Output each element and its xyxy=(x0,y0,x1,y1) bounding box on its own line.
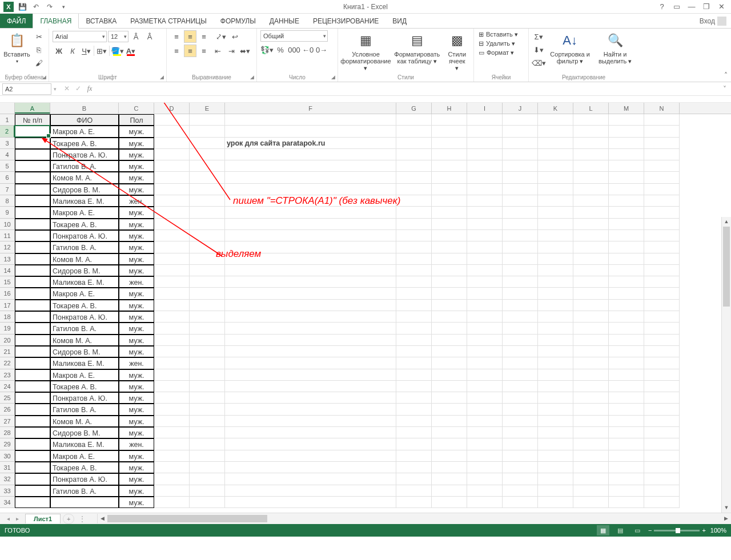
cell[interactable] xyxy=(396,172,432,183)
cell[interactable]: Сидоров В. М. xyxy=(50,427,119,438)
orientation-icon[interactable]: ⤦▾ xyxy=(215,30,227,43)
font-launcher[interactable]: ◢ xyxy=(158,74,165,80)
cell[interactable] xyxy=(396,369,432,381)
cell[interactable] xyxy=(467,357,503,369)
cell[interactable] xyxy=(609,450,644,462)
wrap-text-icon[interactable]: ↩ xyxy=(228,30,241,43)
cell[interactable] xyxy=(538,172,573,183)
cell[interactable]: муж. xyxy=(119,427,154,438)
cell[interactable] xyxy=(432,438,467,450)
cell[interactable] xyxy=(432,276,467,288)
cell[interactable] xyxy=(190,497,225,508)
cell[interactable] xyxy=(15,497,50,508)
cell[interactable] xyxy=(503,369,538,381)
cell[interactable] xyxy=(538,473,573,485)
cell[interactable] xyxy=(432,416,467,427)
cell[interactable] xyxy=(432,253,467,265)
format-cells-button[interactable]: ▭Формат ▾ xyxy=(477,49,519,57)
cell[interactable] xyxy=(644,184,680,195)
cell[interactable] xyxy=(467,427,503,438)
page-break-view-icon[interactable]: ▭ xyxy=(631,525,644,535)
page-layout-view-icon[interactable]: ▤ xyxy=(614,525,626,535)
cell[interactable] xyxy=(573,138,609,149)
cell[interactable] xyxy=(467,323,503,334)
cell[interactable] xyxy=(573,416,609,427)
cell[interactable]: муж. xyxy=(119,392,154,404)
cell[interactable] xyxy=(573,497,609,508)
cell[interactable] xyxy=(15,427,50,438)
name-box[interactable]: A2 xyxy=(2,83,51,95)
cell[interactable] xyxy=(609,462,644,473)
cell[interactable] xyxy=(396,416,432,427)
cell[interactable] xyxy=(190,416,225,427)
cell[interactable] xyxy=(396,265,432,276)
cell[interactable]: муж. xyxy=(119,416,154,427)
cell[interactable] xyxy=(432,404,467,415)
cell[interactable] xyxy=(573,485,609,497)
cell[interactable] xyxy=(432,114,467,126)
column-header-K[interactable]: K xyxy=(538,103,573,114)
cell[interactable] xyxy=(644,230,680,241)
horizontal-scrollbar[interactable]: ◀ ▶ xyxy=(97,514,731,523)
cell[interactable] xyxy=(503,253,538,265)
cell[interactable] xyxy=(609,276,644,288)
format-as-table-button[interactable]: ▤Форматировать как таблицу ▾ xyxy=(392,30,442,66)
conditional-formatting-button[interactable]: ▦Условное форматирование ▾ xyxy=(342,30,390,72)
underline-button[interactable]: Ч▾ xyxy=(80,45,93,57)
cell[interactable] xyxy=(503,138,538,149)
align-top-icon[interactable]: ≡ xyxy=(170,30,183,43)
cell[interactable] xyxy=(538,392,573,404)
cell[interactable] xyxy=(573,195,609,207)
cell[interactable] xyxy=(538,323,573,334)
column-header-M[interactable]: M xyxy=(609,103,644,114)
cell[interactable]: муж. xyxy=(119,462,154,473)
align-bottom-icon[interactable]: ≡ xyxy=(198,30,210,43)
cell[interactable] xyxy=(467,335,503,346)
cell[interactable] xyxy=(15,438,50,450)
cell[interactable] xyxy=(503,404,538,415)
cell[interactable] xyxy=(432,288,467,299)
clipboard-launcher[interactable]: ◢ xyxy=(41,74,47,80)
cell[interactable] xyxy=(538,346,573,357)
cell[interactable] xyxy=(644,473,680,485)
cell[interactable] xyxy=(190,485,225,497)
cell[interactable]: Понкратов А. Ю. xyxy=(50,392,119,404)
cell[interactable] xyxy=(644,126,680,137)
cell[interactable] xyxy=(432,138,467,149)
cell[interactable] xyxy=(573,276,609,288)
row-header[interactable]: 33 xyxy=(0,485,15,497)
cell[interactable] xyxy=(396,357,432,369)
cell[interactable] xyxy=(154,438,190,450)
cell[interactable] xyxy=(538,485,573,497)
accounting-format-icon[interactable]: 💱▾ xyxy=(260,43,273,56)
cell[interactable] xyxy=(538,207,573,218)
cell[interactable] xyxy=(538,253,573,265)
cell[interactable] xyxy=(396,323,432,334)
cell[interactable] xyxy=(467,230,503,241)
row-header[interactable]: 29 xyxy=(0,438,15,450)
cell[interactable] xyxy=(432,473,467,485)
cell[interactable] xyxy=(538,450,573,462)
cell[interactable] xyxy=(609,241,644,253)
cell[interactable] xyxy=(503,265,538,276)
cell[interactable] xyxy=(503,462,538,473)
cell[interactable] xyxy=(503,427,538,438)
cell[interactable] xyxy=(467,438,503,450)
row-header[interactable]: 32 xyxy=(0,473,15,485)
cell[interactable] xyxy=(432,265,467,276)
cell[interactable] xyxy=(432,335,467,346)
cell[interactable] xyxy=(396,138,432,149)
cell[interactable] xyxy=(432,300,467,311)
cell[interactable] xyxy=(573,346,609,357)
cell[interactable] xyxy=(503,335,538,346)
minimize-icon[interactable]: — xyxy=(685,2,698,12)
cell[interactable] xyxy=(609,381,644,392)
column-header-G[interactable]: G xyxy=(396,103,432,114)
cell[interactable]: жен. xyxy=(119,438,154,450)
cell[interactable] xyxy=(609,473,644,485)
cell[interactable] xyxy=(432,195,467,207)
cell[interactable]: муж. xyxy=(119,404,154,415)
cell[interactable] xyxy=(467,219,503,230)
font-color-icon[interactable]: A▾ xyxy=(124,45,137,57)
cell[interactable] xyxy=(467,207,503,218)
